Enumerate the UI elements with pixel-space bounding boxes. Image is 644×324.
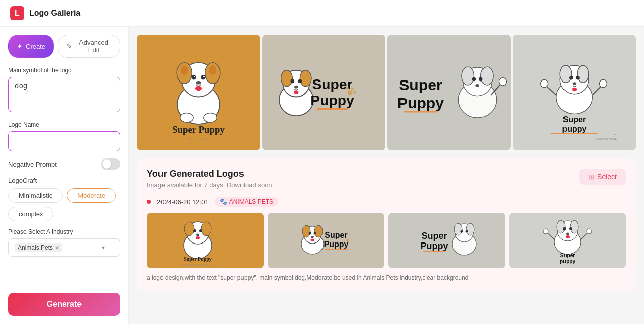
svg-text:Super: Super <box>325 231 347 239</box>
svg-point-5 <box>201 75 205 79</box>
gen-thumb-1[interactable]: Super Puppy LOGNE YOOGE <box>147 213 264 268</box>
svg-point-73 <box>314 225 323 237</box>
tab-create[interactable]: ✦ Create <box>8 35 54 58</box>
tab-advanced-edit[interactable]: ✎ Advanced Edit <box>58 35 120 58</box>
logo-grid: Super Puppy LOGNE YOOGE <box>137 35 636 150</box>
svg-point-12 <box>181 65 188 75</box>
svg-text:LOGNE YOOGE: LOGNE YOOGE <box>183 263 212 266</box>
svg-text:AAAMAS MARE: AAAMAS MARE <box>596 137 617 140</box>
svg-point-87 <box>454 223 462 235</box>
svg-point-38 <box>479 77 483 82</box>
svg-rect-84 <box>423 251 445 252</box>
svg-point-47 <box>569 76 573 80</box>
svg-point-66 <box>196 234 199 236</box>
svg-line-101 <box>580 233 588 240</box>
main-layout: ✦ Create ✎ Advanced Edit Main symbol of … <box>0 27 644 324</box>
sidebar: ✦ Create ✎ Advanced Edit Main symbol of … <box>0 27 129 324</box>
gen-thumb-4[interactable]: Super puppy <box>509 213 626 268</box>
svg-point-48 <box>576 76 580 80</box>
svg-point-20 <box>291 79 295 84</box>
svg-point-88 <box>466 223 474 235</box>
industry-tag: Animals Pets ✕ <box>15 243 62 252</box>
svg-point-29 <box>353 91 356 94</box>
svg-line-51 <box>546 86 556 95</box>
content-area: Super Puppy LOGNE YOOGE <box>129 27 644 324</box>
svg-text:Super: Super <box>421 231 447 241</box>
svg-point-94 <box>570 220 578 233</box>
industry-tag-remove[interactable]: ✕ <box>55 245 59 251</box>
meta-dot <box>147 200 151 204</box>
name-input[interactable]: super puppy <box>8 131 120 151</box>
generated-description: a logo design,with the text "super puppy… <box>147 274 626 281</box>
svg-point-76 <box>311 236 314 238</box>
svg-text:Super: Super <box>399 76 442 93</box>
app-header: L Logo Galleria <box>0 0 644 27</box>
logo-card-2[interactable]: Super Puppy <box>262 35 385 150</box>
name-label: Logo Name <box>8 121 120 128</box>
svg-point-62 <box>184 222 194 236</box>
craft-complex[interactable]: complex <box>8 207 53 221</box>
svg-rect-42 <box>404 111 437 113</box>
gen-thumb-2[interactable]: Super Puppy <box>268 213 384 268</box>
svg-point-35 <box>462 67 474 85</box>
svg-point-7 <box>203 76 205 77</box>
svg-rect-30 <box>316 108 348 110</box>
logocraft-group: LogoCraft Minimalistic Moderate complex <box>8 177 120 221</box>
svg-point-21 <box>298 79 302 84</box>
sparkle-icon: ✦ <box>17 42 23 50</box>
svg-point-22 <box>294 86 298 89</box>
svg-point-75 <box>314 232 316 235</box>
craft-moderate[interactable]: Moderate <box>67 188 116 203</box>
logo-card-3[interactable]: Super Puppy <box>387 35 511 150</box>
svg-point-102 <box>587 229 592 234</box>
svg-point-8 <box>196 81 201 85</box>
neg-prompt-toggle[interactable] <box>101 158 120 170</box>
svg-text:Super: Super <box>563 115 586 124</box>
svg-line-53 <box>592 86 602 95</box>
svg-text:Super: Super <box>560 253 575 258</box>
svg-point-46 <box>577 65 589 83</box>
chevron-down-icon: ▾ <box>102 244 105 251</box>
svg-point-26 <box>348 90 352 95</box>
logo-card-1[interactable]: Super Puppy LOGNE YOOGE <box>137 35 260 150</box>
svg-point-97 <box>566 233 569 235</box>
svg-point-54 <box>599 80 607 88</box>
symbol-field-group: Main symbol of the logo dog <box>8 67 120 114</box>
generate-button[interactable]: Generate <box>8 293 120 316</box>
neg-prompt-label: Negative Prompt <box>8 160 57 168</box>
toggle-knob <box>102 159 111 169</box>
industry-select[interactable]: Animals Pets ✕ ▾ <box>8 238 120 257</box>
craft-minimalistic[interactable]: Minimalistic <box>8 188 63 203</box>
svg-point-36 <box>481 67 494 85</box>
industry-label: Please Select A Industry <box>8 228 120 235</box>
app-logo-icon: L <box>10 6 24 20</box>
svg-line-99 <box>547 233 555 240</box>
gen-thumb-3[interactable]: Super Puppy <box>388 213 505 268</box>
logo-card-4[interactable]: Super puppy oo AAAMAS MARE <box>513 35 636 150</box>
svg-rect-80 <box>325 249 348 250</box>
select-button[interactable]: ⊞ Select <box>579 169 626 185</box>
name-field-group: Logo Name super puppy <box>8 121 120 151</box>
svg-point-18 <box>281 70 293 87</box>
svg-point-13 <box>209 65 216 75</box>
svg-point-6 <box>194 76 195 77</box>
svg-point-11 <box>204 113 217 123</box>
svg-point-93 <box>557 220 565 233</box>
symbol-input[interactable]: dog <box>8 77 120 112</box>
svg-point-74 <box>309 232 311 235</box>
generated-thumbnails: Super Puppy LOGNE YOOGE <box>147 213 626 268</box>
svg-text:Puppy: Puppy <box>397 95 444 111</box>
generated-date: 2024-06-20 12:01 <box>157 198 209 206</box>
symbol-label: Main symbol of the logo <box>8 67 120 74</box>
svg-text:Puppy: Puppy <box>324 240 349 249</box>
svg-point-9 <box>195 86 202 91</box>
svg-point-90 <box>466 230 468 233</box>
svg-point-45 <box>560 65 572 83</box>
svg-point-100 <box>543 229 548 234</box>
svg-point-41 <box>499 78 506 86</box>
svg-text:oo: oo <box>613 133 616 136</box>
svg-point-81 <box>346 239 349 242</box>
svg-point-64 <box>193 229 196 232</box>
svg-point-65 <box>199 229 202 232</box>
generated-title: Your Generated Logos <box>147 169 274 179</box>
